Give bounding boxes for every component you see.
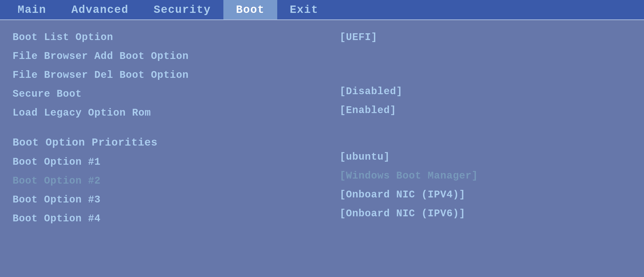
boot-priorities-header-label: Boot Option Priorities [13,137,158,149]
tab-boot[interactable]: Boot [223,0,277,19]
disabled-value-row: [Disabled] [335,82,634,101]
boot-option-4-row[interactable]: Boot Option #4 [10,210,309,228]
file-browser-del-label: File Browser Del Boot Option [13,70,189,81]
ubuntu-value: [ubuntu] [337,148,392,166]
right-panel: [UEFI] [Disabled] [Enabled] [ubuntu] [Wi… [319,28,634,228]
bios-screen: Main Advanced Security Boot Exit Boot Li… [0,0,644,277]
boot-option-1-label: Boot Option #1 [13,156,101,168]
nic-ipv6-value: [Onboard NIC (IPV6)] [337,204,468,223]
boot-list-option-label: Boot List Option [13,32,113,43]
disabled-value: [Disabled] [337,82,405,101]
secure-boot-label: Secure Boot [13,88,82,100]
uefi-value-row: [UEFI] [335,28,634,47]
tab-main[interactable]: Main [5,0,59,19]
load-legacy-label: Load Legacy Option Rom [13,107,151,119]
empty-row-2 [335,65,634,82]
boot-list-option-row[interactable]: Boot List Option [10,28,309,47]
enabled-value: [Enabled] [337,101,399,120]
windows-value-row: [Windows Boot Manager] [335,167,634,185]
windows-value: [Windows Boot Manager] [337,167,480,185]
nic-ipv4-value-row: [Onboard NIC (IPV4)] [335,186,634,204]
enabled-value-row: [Enabled] [335,101,634,120]
uefi-value: [UEFI] [337,28,380,47]
file-browser-add-row[interactable]: File Browser Add Boot Option [10,47,309,65]
load-legacy-row[interactable]: Load Legacy Option Rom [10,104,309,122]
nic-ipv6-value-row: [Onboard NIC (IPV6)] [335,204,634,223]
ubuntu-value-row: [ubuntu] [335,148,634,166]
boot-option-3-label: Boot Option #3 [13,194,101,205]
tab-security[interactable]: Security [141,0,223,19]
boot-option-1-row[interactable]: Boot Option #1 [10,153,309,171]
boot-option-2-row[interactable]: Boot Option #2 [10,172,309,190]
boot-option-3-row[interactable]: Boot Option #3 [10,191,309,209]
file-browser-del-row[interactable]: File Browser Del Boot Option [10,66,309,84]
tab-advanced[interactable]: Advanced [59,0,141,19]
right-spacer [335,120,634,147]
content-area: Boot List Option File Browser Add Boot O… [0,20,644,236]
boot-priorities-header-row: Boot Option Priorities [10,133,309,152]
nic-ipv4-value: [Onboard NIC (IPV4)] [337,186,468,204]
tab-exit[interactable]: Exit [277,0,331,19]
file-browser-add-label: File Browser Add Boot Option [13,51,189,62]
empty-row-1 [335,47,634,64]
boot-option-4-label: Boot Option #4 [13,213,101,224]
section-spacer [10,123,309,133]
secure-boot-row[interactable]: Secure Boot [10,85,309,103]
boot-option-2-label: Boot Option #2 [13,175,101,187]
menu-bar: Main Advanced Security Boot Exit [0,0,644,20]
left-panel: Boot List Option File Browser Add Boot O… [10,28,319,228]
